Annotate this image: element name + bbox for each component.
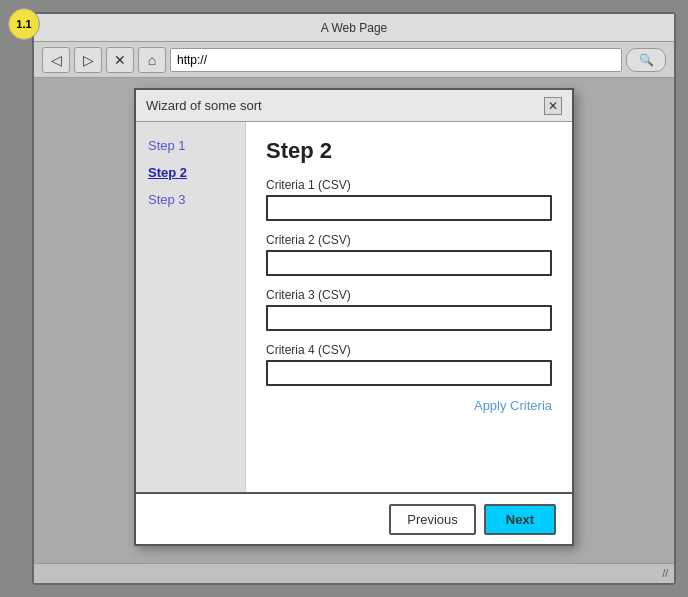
criteria3-group: Criteria 3 (CSV): [266, 288, 552, 331]
step-content: Step 2 Criteria 1 (CSV) Criteria 2 (CSV): [246, 122, 572, 492]
home-icon: ⌂: [148, 52, 156, 68]
url-input[interactable]: [170, 48, 622, 72]
modal-footer: Previous Next: [136, 492, 572, 544]
criteria2-input[interactable]: [266, 250, 552, 276]
search-button[interactable]: 🔍: [626, 48, 666, 72]
sidebar-item-step2[interactable]: Step 2: [148, 165, 233, 180]
browser-titlebar: A Web Page: [34, 14, 674, 42]
criteria2-label: Criteria 2 (CSV): [266, 233, 552, 247]
modal-header: Wizard of some sort ✕: [136, 90, 572, 122]
back-button[interactable]: ◁: [42, 47, 70, 73]
browser-window: A Web Page ◁ ▷ ✕ ⌂ 🔍 Wizard of some sort: [32, 12, 676, 585]
modal-body: Step 1 Step 2 Step 3 Step 2 Criteria 1 (…: [136, 122, 572, 492]
status-icon: //: [662, 568, 668, 579]
previous-button[interactable]: Previous: [389, 504, 476, 535]
modal-overlay: Wizard of some sort ✕ Step 1 Step 2 Step…: [34, 78, 674, 563]
version-badge: 1.1: [8, 8, 40, 40]
next-button[interactable]: Next: [484, 504, 556, 535]
criteria1-group: Criteria 1 (CSV): [266, 178, 552, 221]
criteria4-group: Criteria 4 (CSV): [266, 343, 552, 386]
step-heading: Step 2: [266, 138, 552, 164]
criteria3-input[interactable]: [266, 305, 552, 331]
sidebar-item-step3[interactable]: Step 3: [148, 192, 233, 207]
close-icon: ✕: [114, 52, 126, 68]
forward-button[interactable]: ▷: [74, 47, 102, 73]
apply-criteria-link[interactable]: Apply Criteria: [266, 398, 552, 413]
criteria3-label: Criteria 3 (CSV): [266, 288, 552, 302]
steps-sidebar: Step 1 Step 2 Step 3: [136, 122, 246, 492]
browser-title: A Web Page: [321, 21, 388, 35]
search-icon: 🔍: [639, 53, 654, 67]
modal-title: Wizard of some sort: [146, 98, 262, 113]
wizard-modal: Wizard of some sort ✕ Step 1 Step 2 Step…: [134, 88, 574, 546]
browser-toolbar: ◁ ▷ ✕ ⌂ 🔍: [34, 42, 674, 78]
criteria4-input[interactable]: [266, 360, 552, 386]
criteria2-group: Criteria 2 (CSV): [266, 233, 552, 276]
criteria4-label: Criteria 4 (CSV): [266, 343, 552, 357]
browser-content: Wizard of some sort ✕ Step 1 Step 2 Step…: [34, 78, 674, 563]
criteria1-label: Criteria 1 (CSV): [266, 178, 552, 192]
browser-statusbar: //: [34, 563, 674, 583]
close-icon: ✕: [548, 99, 558, 113]
close-button[interactable]: ✕: [544, 97, 562, 115]
home-button[interactable]: ⌂: [138, 47, 166, 73]
criteria1-input[interactable]: [266, 195, 552, 221]
back-icon: ◁: [51, 52, 62, 68]
forward-icon: ▷: [83, 52, 94, 68]
stop-button[interactable]: ✕: [106, 47, 134, 73]
sidebar-item-step1[interactable]: Step 1: [148, 138, 233, 153]
